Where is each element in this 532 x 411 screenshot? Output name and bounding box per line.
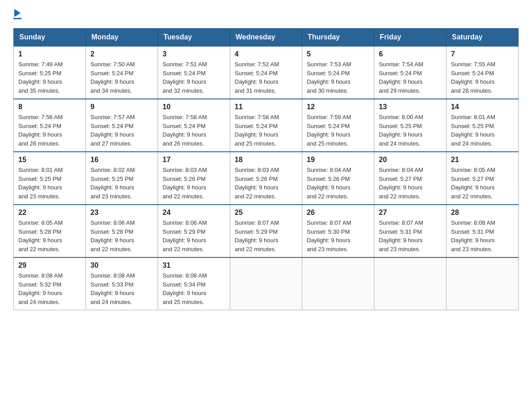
day-info: Sunrise: 8:03 AMSunset: 5:26 PMDaylight:… (235, 167, 279, 200)
day-info: Sunrise: 8:04 AMSunset: 5:27 PMDaylight:… (379, 167, 423, 200)
calendar-cell: 20 Sunrise: 8:04 AMSunset: 5:27 PMDaylig… (374, 152, 446, 205)
calendar-cell: 12 Sunrise: 7:59 AMSunset: 5:24 PMDaylig… (302, 99, 374, 152)
day-number: 21 (451, 156, 514, 164)
day-number: 30 (90, 261, 153, 270)
day-number: 27 (379, 209, 442, 217)
day-number: 29 (18, 261, 81, 270)
day-info: Sunrise: 7:50 AMSunset: 5:24 PMDaylight:… (90, 61, 135, 94)
logo-triangle-icon (14, 9, 21, 17)
day-number: 31 (163, 261, 225, 270)
day-info: Sunrise: 7:54 AMSunset: 5:24 PMDaylight:… (379, 61, 423, 94)
calendar-cell: 13 Sunrise: 8:00 AMSunset: 5:25 PMDaylig… (374, 99, 446, 152)
day-info: Sunrise: 8:01 AMSunset: 5:25 PMDaylight:… (451, 114, 495, 147)
day-number: 20 (379, 156, 442, 164)
calendar-cell: 3 Sunrise: 7:51 AMSunset: 5:24 PMDayligh… (158, 46, 230, 99)
day-info: Sunrise: 8:01 AMSunset: 5:25 PMDaylight:… (18, 167, 63, 200)
day-info: Sunrise: 8:06 AMSunset: 5:28 PMDaylight:… (90, 219, 135, 253)
logo (13, 9, 21, 19)
calendar-week-row: 8 Sunrise: 7:56 AMSunset: 5:24 PMDayligh… (14, 99, 519, 152)
calendar-cell: 15 Sunrise: 8:01 AMSunset: 5:25 PMDaylig… (14, 152, 86, 205)
day-info: Sunrise: 8:08 AMSunset: 5:32 PMDaylight:… (18, 272, 63, 305)
calendar-cell: 9 Sunrise: 7:57 AMSunset: 5:24 PMDayligh… (86, 99, 158, 152)
day-header-monday: Monday (86, 29, 158, 47)
day-header-thursday: Thursday (302, 29, 374, 47)
page-header (13, 9, 519, 19)
day-info: Sunrise: 8:06 AMSunset: 5:29 PMDaylight:… (163, 219, 207, 253)
day-header-tuesday: Tuesday (158, 29, 230, 47)
calendar-week-row: 15 Sunrise: 8:01 AMSunset: 5:25 PMDaylig… (14, 152, 519, 205)
day-number: 11 (235, 103, 297, 111)
day-header-friday: Friday (374, 29, 446, 47)
calendar-cell (302, 257, 374, 310)
day-info: Sunrise: 8:04 AMSunset: 5:26 PMDaylight:… (307, 167, 351, 200)
calendar-cell (374, 257, 446, 310)
day-info: Sunrise: 8:07 AMSunset: 5:29 PMDaylight:… (235, 219, 279, 253)
day-number: 9 (90, 103, 153, 111)
calendar-cell: 4 Sunrise: 7:52 AMSunset: 5:24 PMDayligh… (230, 46, 302, 99)
calendar-cell: 11 Sunrise: 7:58 AMSunset: 5:24 PMDaylig… (230, 99, 302, 152)
calendar-table: SundayMondayTuesdayWednesdayThursdayFrid… (13, 28, 519, 310)
day-number: 5 (307, 50, 369, 58)
logo-text (13, 9, 21, 17)
day-info: Sunrise: 8:08 AMSunset: 5:31 PMDaylight:… (451, 219, 495, 253)
calendar-cell: 14 Sunrise: 8:01 AMSunset: 5:25 PMDaylig… (446, 99, 519, 152)
calendar-week-row: 22 Sunrise: 8:05 AMSunset: 5:28 PMDaylig… (14, 205, 519, 257)
day-number: 24 (163, 209, 225, 217)
day-info: Sunrise: 7:51 AMSunset: 5:24 PMDaylight:… (163, 61, 207, 94)
day-info: Sunrise: 8:05 AMSunset: 5:28 PMDaylight:… (18, 219, 63, 253)
day-info: Sunrise: 7:58 AMSunset: 5:24 PMDaylight:… (163, 114, 207, 147)
day-number: 6 (379, 50, 442, 58)
calendar-cell: 8 Sunrise: 7:56 AMSunset: 5:24 PMDayligh… (14, 99, 86, 152)
calendar-cell: 7 Sunrise: 7:55 AMSunset: 5:24 PMDayligh… (446, 46, 519, 99)
calendar-cell: 23 Sunrise: 8:06 AMSunset: 5:28 PMDaylig… (86, 205, 158, 257)
calendar-cell: 6 Sunrise: 7:54 AMSunset: 5:24 PMDayligh… (374, 46, 446, 99)
day-number: 14 (451, 103, 514, 111)
calendar-week-row: 29 Sunrise: 8:08 AMSunset: 5:32 PMDaylig… (14, 257, 519, 310)
day-number: 19 (307, 156, 369, 164)
day-info: Sunrise: 8:07 AMSunset: 5:30 PMDaylight:… (307, 219, 351, 253)
day-number: 12 (307, 103, 369, 111)
day-info: Sunrise: 7:59 AMSunset: 5:24 PMDaylight:… (307, 114, 351, 147)
day-info: Sunrise: 8:03 AMSunset: 5:26 PMDaylight:… (163, 167, 207, 200)
calendar-cell: 2 Sunrise: 7:50 AMSunset: 5:24 PMDayligh… (86, 46, 158, 99)
day-number: 16 (90, 156, 153, 164)
day-info: Sunrise: 8:05 AMSunset: 5:27 PMDaylight:… (451, 167, 495, 200)
day-number: 17 (163, 156, 225, 164)
day-info: Sunrise: 7:49 AMSunset: 5:25 PMDaylight:… (18, 61, 63, 94)
calendar-cell: 29 Sunrise: 8:08 AMSunset: 5:32 PMDaylig… (14, 257, 86, 310)
calendar-cell: 18 Sunrise: 8:03 AMSunset: 5:26 PMDaylig… (230, 152, 302, 205)
calendar-cell: 16 Sunrise: 8:02 AMSunset: 5:25 PMDaylig… (86, 152, 158, 205)
day-info: Sunrise: 7:56 AMSunset: 5:24 PMDaylight:… (18, 114, 63, 147)
calendar-cell: 22 Sunrise: 8:05 AMSunset: 5:28 PMDaylig… (14, 205, 86, 257)
calendar-cell: 25 Sunrise: 8:07 AMSunset: 5:29 PMDaylig… (230, 205, 302, 257)
calendar-cell: 30 Sunrise: 8:08 AMSunset: 5:33 PMDaylig… (86, 257, 158, 310)
day-info: Sunrise: 8:02 AMSunset: 5:25 PMDaylight:… (90, 167, 135, 200)
calendar-cell: 5 Sunrise: 7:53 AMSunset: 5:24 PMDayligh… (302, 46, 374, 99)
calendar-cell: 10 Sunrise: 7:58 AMSunset: 5:24 PMDaylig… (158, 99, 230, 152)
calendar-cell: 31 Sunrise: 8:08 AMSunset: 5:34 PMDaylig… (158, 257, 230, 310)
day-header-sunday: Sunday (14, 29, 86, 47)
calendar-week-row: 1 Sunrise: 7:49 AMSunset: 5:25 PMDayligh… (14, 46, 519, 99)
calendar-cell: 17 Sunrise: 8:03 AMSunset: 5:26 PMDaylig… (158, 152, 230, 205)
day-info: Sunrise: 8:07 AMSunset: 5:31 PMDaylight:… (379, 219, 423, 253)
day-number: 23 (90, 209, 153, 217)
calendar-cell: 19 Sunrise: 8:04 AMSunset: 5:26 PMDaylig… (302, 152, 374, 205)
day-number: 15 (18, 156, 81, 164)
day-number: 7 (451, 50, 514, 58)
day-number: 25 (235, 209, 297, 217)
calendar-header: SundayMondayTuesdayWednesdayThursdayFrid… (14, 29, 519, 47)
calendar-cell: 26 Sunrise: 8:07 AMSunset: 5:30 PMDaylig… (302, 205, 374, 257)
calendar-cell: 1 Sunrise: 7:49 AMSunset: 5:25 PMDayligh… (14, 46, 86, 99)
calendar-cell: 27 Sunrise: 8:07 AMSunset: 5:31 PMDaylig… (374, 205, 446, 257)
day-number: 26 (307, 209, 369, 217)
day-info: Sunrise: 7:53 AMSunset: 5:24 PMDaylight:… (307, 61, 351, 94)
day-info: Sunrise: 8:08 AMSunset: 5:33 PMDaylight:… (90, 272, 135, 305)
day-info: Sunrise: 7:52 AMSunset: 5:24 PMDaylight:… (235, 61, 279, 94)
day-number: 13 (379, 103, 442, 111)
calendar-header-row: SundayMondayTuesdayWednesdayThursdayFrid… (14, 29, 519, 47)
day-info: Sunrise: 7:57 AMSunset: 5:24 PMDaylight:… (90, 114, 135, 147)
day-info: Sunrise: 8:08 AMSunset: 5:34 PMDaylight:… (163, 272, 207, 305)
day-number: 18 (235, 156, 297, 164)
calendar-cell: 24 Sunrise: 8:06 AMSunset: 5:29 PMDaylig… (158, 205, 230, 257)
day-info: Sunrise: 8:00 AMSunset: 5:25 PMDaylight:… (379, 114, 423, 147)
